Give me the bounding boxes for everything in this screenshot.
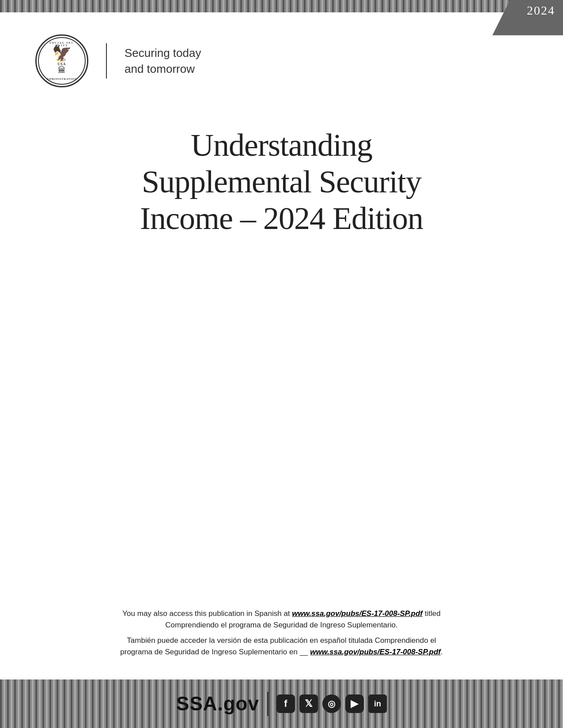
header-area: SOCIAL SECURITY 🦅 USA 🏛 ADMINISTRATION S…	[0, 12, 563, 101]
ssa-seal: SOCIAL SECURITY 🦅 USA 🏛 ADMINISTRATION	[35, 34, 88, 87]
linkedin-icon[interactable]: in	[368, 694, 387, 713]
seal-text-top: SOCIAL SECURITY	[49, 41, 74, 47]
seal-inner: SOCIAL SECURITY 🦅 USA 🏛 ADMINISTRATION	[38, 37, 86, 85]
ssa-gov-brand[interactable]: SSA.gov	[176, 693, 259, 715]
title-line2: Supplemental Security	[142, 164, 421, 199]
seal-building-icon: 🏛	[58, 66, 66, 74]
header-divider	[106, 43, 107, 79]
seal-eagle-icon: 🦅	[52, 45, 72, 61]
footer-line1: You may also access this publication in …	[44, 608, 519, 630]
tagline: Securing today and tomorrow	[125, 45, 201, 77]
tagline-line1: Securing today	[125, 46, 201, 60]
year-label: 2024	[527, 4, 555, 18]
facebook-icon[interactable]: f	[276, 694, 295, 713]
twitter-x-icon[interactable]: 𝕏	[299, 694, 318, 713]
social-icons-group: f 𝕏 ◎ ▶ in	[276, 694, 387, 713]
bottom-bar: SSA.gov f 𝕏 ◎ ▶ in	[0, 679, 563, 728]
main-title: Understanding Supplemental Security Inco…	[44, 127, 519, 236]
top-stripe: 2024	[0, 0, 563, 12]
youtube-icon[interactable]: ▶	[345, 694, 364, 713]
title-line3: Income – 2024 Edition	[140, 201, 423, 236]
footer-line1-after: titled	[423, 609, 441, 618]
main-title-area: Understanding Supplemental Security Inco…	[0, 101, 563, 254]
tagline-line2: and tomorrow	[125, 62, 195, 75]
footer-line1-before: You may also access this publication in …	[122, 609, 292, 618]
title-line1: Understanding	[191, 128, 372, 163]
instagram-icon[interactable]: ◎	[322, 694, 341, 713]
year-badge: 2024	[492, 0, 563, 35]
footer-text-area: You may also access this publication in …	[0, 608, 563, 657]
footer-line2-text: También puede acceder la versión de esta…	[127, 636, 436, 645]
footer-link1[interactable]: www.ssa.gov/pubs/ES-17-008-SP.pdf	[292, 609, 423, 618]
seal-text-bottom: ADMINISTRATION	[47, 78, 77, 80]
footer-link2[interactable]: www.ssa.gov/pubs/ES-17-008-SP.pdf	[310, 648, 441, 656]
bottom-bar-separator	[267, 692, 268, 716]
footer-line2: También puede acceder la versión de esta…	[44, 635, 519, 657]
footer-line2b-after: .	[441, 648, 443, 656]
footer-line2b-before: programa de Seguridad de Ingreso Supleme…	[120, 648, 310, 656]
footer-line1-cont: Comprendiendo el programa de Seguridad d…	[165, 621, 397, 629]
